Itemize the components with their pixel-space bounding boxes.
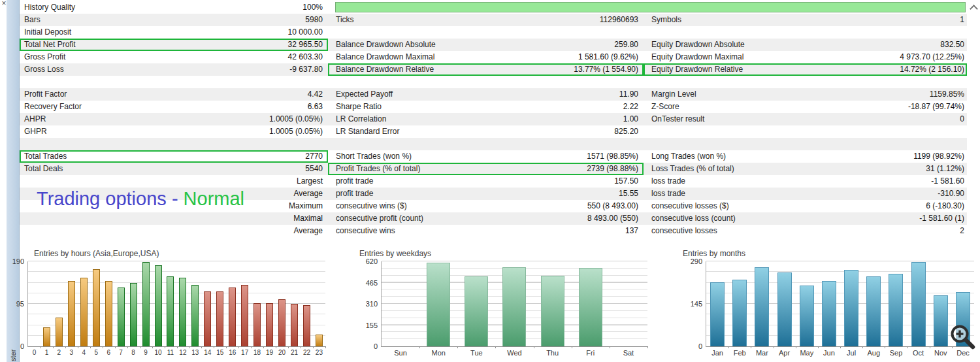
bar-slot bbox=[176, 261, 189, 346]
stats-row: Initial Deposit10 000.00 bbox=[20, 26, 967, 39]
stat-cell: Equity Drawdown Relative14.72% (2 156.10… bbox=[644, 63, 967, 76]
stat-label: Gross Profit bbox=[24, 51, 65, 63]
stat-value: 13.77% (1 554.90) bbox=[574, 63, 638, 76]
x-axis-label: 1 bbox=[41, 349, 53, 356]
stat-value: 0 bbox=[960, 113, 964, 125]
x-axis-tick bbox=[78, 346, 78, 348]
bar bbox=[316, 335, 323, 346]
stat-value: 157.50 bbox=[614, 175, 638, 188]
bar bbox=[866, 276, 881, 346]
entries-by-hours-title: Entries by hours (Asia,Europe,USA) bbox=[34, 249, 159, 258]
stat-label: Profit Factor bbox=[24, 88, 67, 101]
stat-label: OnTester result bbox=[651, 113, 704, 125]
stat-value: 550 (8 493.00) bbox=[587, 200, 638, 212]
x-axis-label: 2 bbox=[53, 349, 65, 356]
y-axis-label: 620 bbox=[351, 257, 378, 265]
x-axis-label: Jun bbox=[818, 349, 840, 357]
stat-cell: Total Trades2770 bbox=[20, 150, 328, 163]
x-axis-tick bbox=[189, 346, 189, 348]
stat-cell: AHPR1.0005 (0.05%) bbox=[20, 113, 328, 125]
stat-label: Total Deals bbox=[24, 163, 63, 175]
stat-cell: Short Trades (won %)1571 (98.85%) bbox=[328, 150, 644, 163]
bar bbox=[130, 283, 137, 346]
x-axis-tick bbox=[728, 346, 729, 348]
stat-cell bbox=[644, 26, 967, 39]
bar-slot bbox=[78, 261, 90, 346]
stat-label: consecutive losses bbox=[651, 225, 717, 237]
stat-value: 825.20 bbox=[614, 125, 638, 138]
x-axis-tick bbox=[115, 346, 116, 348]
stat-label: Margin Level bbox=[651, 88, 696, 101]
y-axis-label: 190 bbox=[0, 257, 24, 265]
bar-slot bbox=[840, 261, 862, 346]
x-axis-label: 5 bbox=[90, 349, 103, 356]
stat-cell: Ticks112960693 bbox=[328, 14, 644, 26]
bar bbox=[889, 274, 903, 346]
stat-label: loss trade bbox=[651, 175, 685, 188]
x-axis-labels: JanFebMarAprMayJunJulAugSepOctNovDec bbox=[706, 349, 974, 357]
bar-slot bbox=[862, 261, 885, 346]
stat-value: 2.22 bbox=[623, 101, 638, 113]
bar-slot bbox=[214, 261, 226, 346]
x-axis-tick bbox=[152, 346, 153, 348]
stat-cell: Initial Deposit10 000.00 bbox=[20, 26, 328, 39]
stat-value: Largest bbox=[297, 175, 323, 188]
x-axis-tick bbox=[647, 346, 648, 348]
bar bbox=[56, 318, 63, 346]
stat-label: Equity Drawdown Absolute bbox=[651, 39, 745, 51]
x-axis-label: 19 bbox=[263, 349, 276, 356]
stat-cell: Expected Payoff11.90 bbox=[328, 88, 644, 101]
bar-slot bbox=[251, 261, 263, 346]
bar bbox=[43, 327, 50, 346]
stat-cell bbox=[328, 26, 644, 39]
stats-row: Averageconsecutive wins137consecutive lo… bbox=[20, 225, 967, 237]
y-axis-label: 465 bbox=[351, 279, 378, 287]
tester-vertical-tab[interactable]: ster bbox=[9, 350, 17, 361]
x-axis-label: 7 bbox=[115, 349, 127, 356]
x-axis-tick bbox=[301, 346, 301, 348]
stat-value: 259.80 bbox=[614, 39, 638, 51]
stat-value: 2 bbox=[960, 225, 964, 237]
bar-slot bbox=[226, 261, 238, 346]
stat-label: consecutive losses ($) bbox=[651, 200, 729, 212]
bar bbox=[822, 281, 836, 346]
x-axis-tick bbox=[90, 346, 91, 348]
x-axis-label: 15 bbox=[214, 349, 226, 356]
stat-cell: Balance Drawdown Relative13.77% (1 554.9… bbox=[328, 63, 644, 76]
x-axis-label: 22 bbox=[301, 349, 313, 356]
zoom-icon[interactable] bbox=[949, 323, 977, 352]
stats-row: History Quality100% bbox=[20, 1, 967, 14]
bar-slot bbox=[28, 261, 41, 346]
stat-value: 1.00 bbox=[623, 113, 638, 125]
stat-value: -1 581.60 (1) bbox=[919, 212, 964, 225]
stats-row: Recovery Factor6.63Sharpe Ratio2.22Z-Sco… bbox=[20, 101, 967, 113]
x-axis-tick bbox=[610, 346, 610, 348]
stat-label: GHPR bbox=[24, 125, 47, 138]
stat-value: -18.87 (99.74%) bbox=[908, 101, 964, 113]
stat-label: Symbols bbox=[651, 14, 681, 26]
bar bbox=[179, 278, 186, 346]
bar-slot bbox=[885, 261, 907, 346]
x-axis-label: Sun bbox=[382, 349, 419, 357]
stats-row: Maximalconsecutive profit (count)8 493.0… bbox=[20, 212, 967, 225]
y-axis-label: 0 bbox=[351, 342, 378, 350]
stat-value: 1.0005 (0.05%) bbox=[269, 125, 323, 138]
x-axis-tick bbox=[165, 346, 165, 348]
x-axis-tick bbox=[457, 346, 458, 348]
stat-label: Balance Drawdown Relative bbox=[336, 63, 434, 76]
bar bbox=[465, 276, 488, 346]
chevron-up-icon bbox=[970, 5, 978, 13]
stat-cell: profit trade15.55 bbox=[328, 188, 644, 200]
scroll-up-arrow[interactable] bbox=[970, 3, 977, 11]
stat-value: 10 000.00 bbox=[288, 26, 323, 39]
x-axis-label: 10 bbox=[152, 349, 165, 356]
x-axis-label: Aug bbox=[862, 349, 885, 357]
bar-slot bbox=[419, 261, 457, 346]
stat-label: Bars bbox=[24, 14, 41, 26]
stat-value: Average bbox=[294, 188, 323, 200]
stat-cell: consecutive profit (count)8 493.00 (550) bbox=[328, 212, 644, 225]
bar-slot bbox=[90, 261, 103, 346]
stat-cell: Largest bbox=[20, 175, 328, 188]
stat-label: Recovery Factor bbox=[24, 101, 82, 113]
stats-row: Bars5980Ticks112960693Symbols1 bbox=[20, 14, 967, 26]
